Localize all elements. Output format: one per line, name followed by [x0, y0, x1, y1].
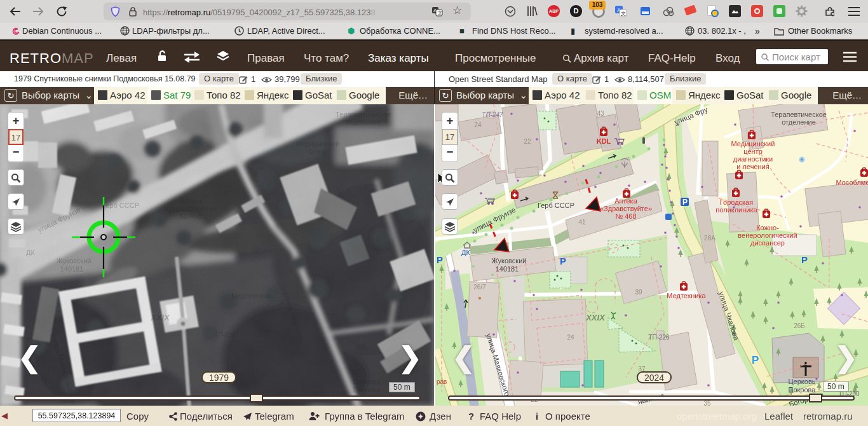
svg-text:«Здравствуйте»: «Здравствуйте»: [600, 205, 652, 212]
svg-text:26Б: 26Б: [355, 343, 367, 350]
svg-text:ДК: ДК: [26, 249, 35, 256]
svg-text:Медицинский: Медицинский: [731, 140, 775, 148]
svg-text:диспансер: диспансер: [750, 239, 785, 247]
svg-text:отделение: отделение: [346, 118, 381, 126]
svg-text:ТП-200: ТП-200: [838, 390, 860, 397]
svg-text:Медицинский: Медицинский: [296, 140, 340, 148]
svg-text:KDL: KDL: [597, 137, 611, 145]
svg-text:Медтехника: Медтехника: [231, 292, 271, 299]
svg-text:ТП-226: ТП-226: [648, 334, 670, 341]
svg-text:41: 41: [578, 219, 586, 226]
svg-text:№ 468: № 468: [615, 212, 636, 220]
svg-text:Покрова: Покрова: [353, 386, 381, 394]
svg-text:Церковь: Церковь: [353, 378, 380, 385]
svg-text:отделение: отделение: [782, 118, 816, 126]
svg-text:венерологический: венерологический: [738, 231, 797, 239]
svg-text:P: P: [752, 354, 759, 366]
svg-text:Герб СССР: Герб СССР: [102, 202, 139, 209]
svg-text:24: 24: [567, 334, 574, 341]
svg-text:P: P: [801, 254, 808, 265]
svg-text:26Б: 26Б: [794, 322, 805, 329]
svg-text:24: 24: [474, 121, 482, 128]
svg-text:26/7: 26/7: [473, 284, 486, 291]
svg-text:Терапевтическое: Терапевтическое: [336, 111, 391, 118]
svg-text:№ 468: № 468: [180, 212, 201, 220]
svg-text:ТП-247: ТП-247: [482, 111, 503, 118]
svg-text:43: 43: [597, 110, 604, 117]
svg-text:Герб СССР: Герб СССР: [538, 202, 574, 209]
svg-text:22: 22: [524, 138, 531, 145]
svg-text:文: 文: [621, 11, 626, 17]
svg-text:ТП-226: ТП-226: [214, 331, 236, 338]
svg-text:Церковь: Церковь: [788, 378, 815, 385]
svg-text:и лечения: и лечения: [736, 163, 769, 170]
svg-text:Аптека: Аптека: [614, 197, 637, 205]
svg-text:140181: 140181: [60, 265, 84, 273]
svg-text:P: P: [560, 256, 566, 266]
svg-text:рав: рав: [437, 378, 447, 385]
svg-text:«Здравствуйте»: «Здравствуйте»: [165, 205, 217, 212]
svg-text:Терапевтическое: Терапевтическое: [771, 111, 827, 118]
svg-text:ДК: ДК: [461, 249, 470, 256]
svg-text:XXIX: XXIX: [150, 313, 170, 322]
svg-text:Жуковский: Жуковский: [57, 257, 92, 265]
svg-text:Медтехника: Медтехника: [667, 292, 706, 299]
svg-text:Мособлме: Мособлме: [836, 179, 868, 186]
svg-text:39: 39: [635, 289, 642, 296]
svg-text:P: P: [682, 198, 688, 207]
svg-text:22: 22: [531, 396, 538, 403]
svg-text:140181: 140181: [496, 265, 519, 273]
svg-text:поликлиника: поликлиника: [715, 206, 757, 214]
svg-text:35: 35: [703, 400, 711, 406]
svg-text:Жуковский: Жуковский: [492, 257, 527, 265]
svg-text:Покрова: Покрова: [789, 386, 817, 394]
svg-text:37: 37: [638, 366, 646, 373]
svg-text:Городская: Городская: [720, 198, 753, 206]
svg-text:центр: центр: [743, 148, 763, 155]
svg-text:диагностики: диагностики: [733, 155, 773, 163]
svg-text:Кожно-: Кожно-: [756, 224, 779, 231]
svg-text:P: P: [437, 254, 443, 265]
svg-text:центр: центр: [308, 148, 327, 155]
svg-text:Аптека: Аптека: [179, 197, 202, 205]
svg-text:XXIX: XXIX: [585, 313, 606, 322]
svg-text:28А: 28А: [704, 235, 715, 242]
